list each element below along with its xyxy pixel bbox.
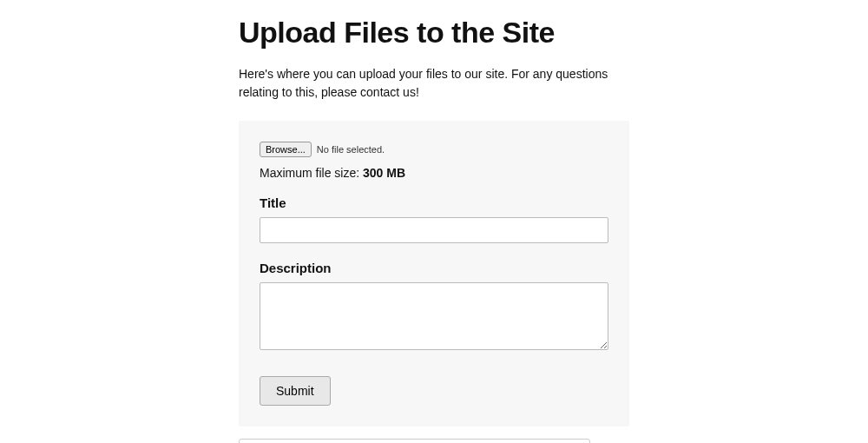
submit-button[interactable]: Submit bbox=[260, 376, 331, 406]
title-input[interactable] bbox=[260, 217, 608, 243]
max-file-size-text: Maximum file size: 300 MB bbox=[260, 166, 608, 180]
search-input[interactable] bbox=[239, 439, 590, 443]
upload-form-panel: Browse... No file selected. Maximum file… bbox=[239, 121, 629, 426]
page-title: Upload Files to the Site bbox=[239, 16, 629, 50]
description-input[interactable] bbox=[260, 282, 608, 350]
file-input-row: Browse... No file selected. bbox=[260, 142, 608, 157]
max-file-size-value: 300 MB bbox=[363, 166, 405, 180]
browse-button[interactable]: Browse... bbox=[260, 142, 312, 157]
description-label: Description bbox=[260, 261, 608, 275]
max-file-size-label: Maximum file size: bbox=[260, 166, 363, 180]
search-row bbox=[239, 439, 629, 443]
page-intro: Here's where you can upload your files t… bbox=[239, 65, 629, 102]
title-label: Title bbox=[260, 195, 608, 210]
file-selected-status: No file selected. bbox=[317, 144, 385, 155]
